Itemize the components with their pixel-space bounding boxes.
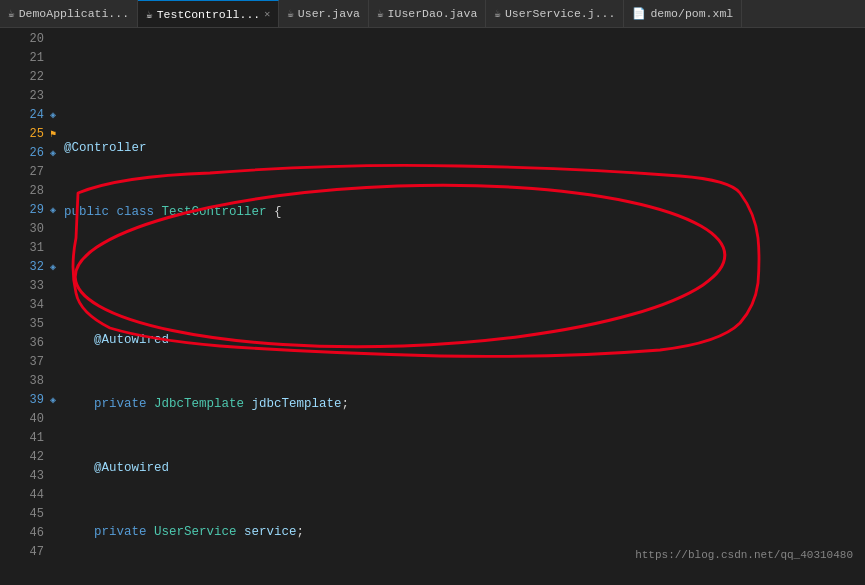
- java-icon-3: ☕: [287, 7, 294, 20]
- line-26: @Autowired: [64, 459, 865, 478]
- tab-userservice[interactable]: ☕ UserService.j...: [486, 0, 624, 27]
- tab-testcontroller[interactable]: ☕ TestControll... ✕: [138, 0, 279, 27]
- annotation-circle: [60, 28, 865, 585]
- tab-bar: ☕ DemoApplicati... ☕ TestControll... ✕ ☕…: [0, 0, 865, 28]
- tab-pom[interactable]: 📄 demo/pom.xml: [624, 0, 742, 27]
- java-icon-4: ☕: [377, 7, 384, 20]
- line-23: [64, 267, 865, 286]
- line-20: [64, 75, 865, 94]
- line-25: private JdbcTemplate jdbcTemplate;: [64, 395, 865, 414]
- tab-iuserdao[interactable]: ☕ IUserDao.java: [369, 0, 486, 27]
- tab-user[interactable]: ☕ User.java: [279, 0, 369, 27]
- xml-icon: 📄: [632, 7, 646, 20]
- editor-container: ☕ DemoApplicati... ☕ TestControll... ✕ ☕…: [0, 0, 865, 585]
- line-22: public class TestController {: [64, 203, 865, 222]
- code-editor[interactable]: 20 21 22 23 24◈ 25⚑ 26◈ 27 28 29◈ 30 31 …: [0, 28, 865, 585]
- java-icon-2: ☕: [146, 8, 153, 21]
- watermark: https://blog.csdn.net/qq_40310480: [573, 532, 853, 577]
- line-24: @Autowired: [64, 331, 865, 350]
- tab-close-button[interactable]: ✕: [264, 8, 270, 20]
- java-icon-5: ☕: [494, 7, 501, 20]
- tab-demoapplication[interactable]: ☕ DemoApplicati...: [0, 0, 138, 27]
- code-text[interactable]: @Controller public class TestController …: [60, 28, 865, 585]
- line-numbers: 20 21 22 23 24◈ 25⚑ 26◈ 27 28 29◈ 30 31 …: [18, 28, 60, 585]
- java-icon: ☕: [8, 7, 15, 20]
- line-21: @Controller: [64, 139, 865, 158]
- breakpoint-margin: [0, 28, 18, 585]
